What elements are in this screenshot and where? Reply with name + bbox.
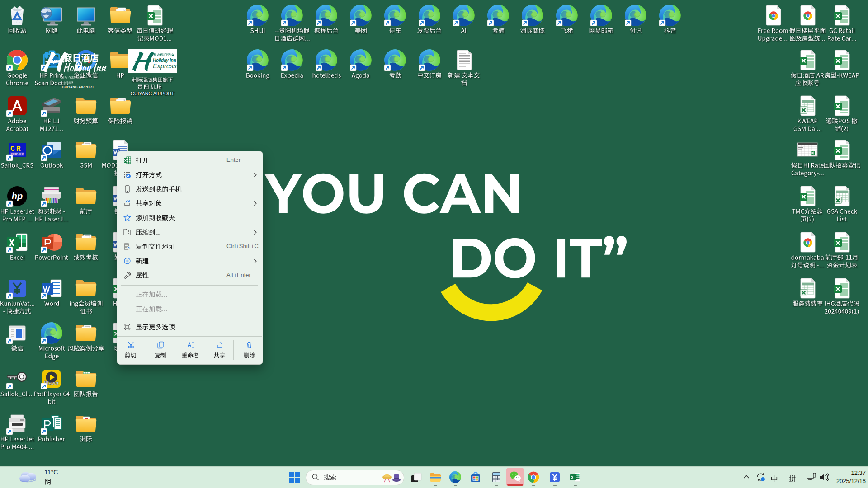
svg-text:hp: hp	[12, 191, 23, 201]
